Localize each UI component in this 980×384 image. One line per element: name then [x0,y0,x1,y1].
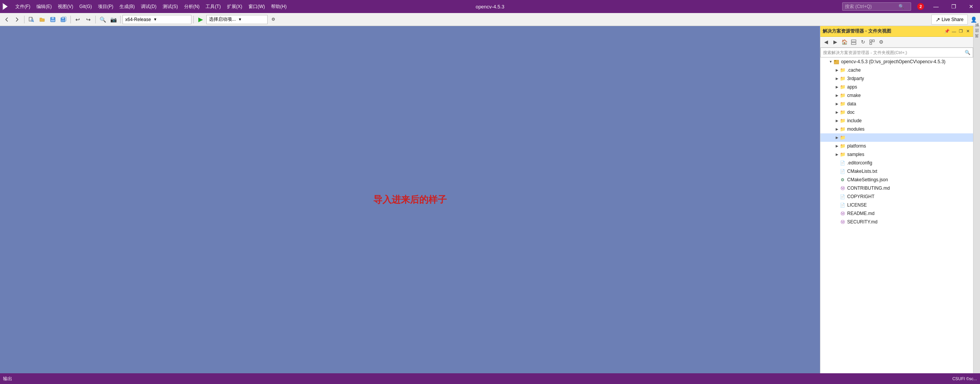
search-box[interactable]: 🔍 [842,2,911,11]
file-license[interactable]: ▶ 📄 LICENSE [820,201,973,209]
search-icon[interactable]: 🔍 [898,4,904,9]
file-cmakesettings[interactable]: ▶ ⚙ CMakeSettings.json [820,176,973,184]
folder-include[interactable]: ▶ 📁 include [820,117,973,125]
menu-edit[interactable]: 编辑(E) [33,0,55,13]
watermark-text: 导入进来后的样子 [373,194,447,206]
back-button[interactable] [2,15,11,25]
se-settings-btn[interactable]: ⚙ [877,38,885,46]
folder-name: platforms [847,143,866,149]
sidebar-tab-3[interactable]: 属 [973,38,980,43]
file-name: COPYRIGHT [847,194,874,199]
forward-button[interactable] [12,15,22,25]
se-minimize-button[interactable]: — [951,28,957,34]
folder-name: data [847,101,856,107]
menu-test[interactable]: 测试(S) [160,0,181,13]
cmake-icon: ⚙ [840,177,846,183]
root-arrow: ▼ [828,60,833,64]
user-button[interactable]: 👤 [969,15,978,25]
menu-help[interactable]: 帮助(H) [268,0,290,13]
title-bar: 文件(F) 编辑(E) 视图(V) Git(G) 项目(P) 生成(B) 调试(… [0,0,980,13]
redo-button[interactable]: ↪ [83,15,93,25]
f-arrow: ▶ [834,85,840,89]
file-readme[interactable]: ▶ Ⓜ README.md [820,209,973,218]
startup-dropdown[interactable]: 选择启动项... ▼ [206,15,268,24]
folder-selected[interactable]: ▶ 📁 [820,133,973,142]
menu-file[interactable]: 文件(F) [12,0,33,13]
file-name: CMakeLists.txt [847,169,877,174]
se-pin-button[interactable]: 📌 [944,28,950,34]
folder-name: include [847,118,862,123]
live-share-button[interactable]: ↗ Live Share [931,15,968,25]
editor-area: 导入进来后的样子 [0,26,820,373]
open-button[interactable] [37,15,47,25]
close-button[interactable]: ✕ [962,0,980,13]
folder-icon: 📁 [840,118,846,124]
folder-name: modules [847,126,864,132]
svg-rect-16 [851,43,856,44]
tree-root[interactable]: ▼ opencv-4.5.3 (D:\vs_project\OpenCV\ope… [820,57,973,66]
menu-git[interactable]: Git(G) [76,0,95,13]
undo-button[interactable]: ↩ [73,15,83,25]
folder-data[interactable]: ▶ 📁 data [820,100,973,108]
output-label[interactable]: 输出 [3,376,12,382]
menu-window[interactable]: 窗口(W) [245,0,268,13]
extra-btn[interactable]: ⚙ [268,15,278,25]
file-contributing[interactable]: ▶ Ⓜ CONTRIBUTING.md [820,184,973,192]
restore-button[interactable]: ❐ [945,0,962,13]
file-editorconfig[interactable]: ▶ 📄 .editorconfig [820,159,973,167]
se-collapse-btn[interactable] [868,38,876,46]
se-back-btn[interactable]: ◀ [822,38,830,46]
se-search[interactable]: 🔍 [820,48,973,57]
sidebar-tab-1[interactable]: 解 [973,28,980,32]
new-button[interactable] [26,15,36,25]
se-restore-button[interactable]: ❐ [958,28,964,34]
menu-project[interactable]: 项目(P) [95,0,116,13]
find-button[interactable]: 🔍 [98,15,108,25]
se-search-icon[interactable]: 🔍 [965,50,970,55]
save-button[interactable] [48,15,58,25]
svg-rect-19 [870,43,872,44]
folder-name: apps [847,84,857,90]
menu-build[interactable]: 生成(B) [116,0,138,13]
md-icon: Ⓜ [840,185,846,191]
minimize-button[interactable]: — [927,0,945,13]
folder-samples[interactable]: ▶ 📁 samples [820,150,973,159]
folder-apps[interactable]: ▶ 📁 apps [820,83,973,91]
folder-cache[interactable]: ▶ 📁 .cache [820,66,973,74]
save-all-button[interactable] [59,15,69,25]
file-name: CMakeSettings.json [847,177,888,182]
menu-extensions[interactable]: 扩展(X) [224,0,245,13]
folder-name: doc [847,110,854,115]
file-cmakelists[interactable]: ▶ 📄 CMakeLists.txt [820,167,973,176]
folder-platforms[interactable]: ▶ 📁 platforms [820,142,973,150]
se-tree[interactable]: ▼ opencv-4.5.3 (D:\vs_project\OpenCV\ope… [820,57,973,373]
menu-view[interactable]: 视图(V) [55,0,76,13]
folder-3rdparty[interactable]: ▶ 📁 3rdparty [820,74,973,83]
file-security[interactable]: ▶ Ⓜ SECURITY.md [820,218,973,226]
se-search-input[interactable] [823,50,965,55]
menu-tools[interactable]: 工具(T) [203,0,224,13]
menu-debug[interactable]: 调试(D) [138,0,160,13]
se-refresh-btn[interactable]: ↻ [859,38,867,46]
screenshot-button[interactable]: 📷 [108,15,118,25]
folder-cmake[interactable]: ▶ 📁 cmake [820,91,973,100]
file-copyright[interactable]: ▶ 📄 COPYRIGHT [820,192,973,201]
search-input[interactable] [845,4,898,9]
folder-icon: 📁 [840,151,846,158]
se-fwd-btn[interactable]: ▶ [831,38,840,46]
file-name: CONTRIBUTING.md [847,185,890,191]
start-button[interactable]: ▶ [196,15,206,25]
folder-name: cmake [847,93,861,98]
se-home-btn[interactable]: 🏠 [840,38,849,46]
live-share-label: Live Share [942,17,964,22]
svg-rect-15 [851,40,856,42]
svg-rect-13 [61,20,65,21]
folder-doc[interactable]: ▶ 📁 doc [820,108,973,117]
folder-modules[interactable]: ▶ 📁 modules [820,125,973,133]
se-switch-view-btn[interactable] [849,38,858,46]
se-close-button[interactable]: ✕ [965,28,971,34]
notification-badge[interactable]: 2 [917,3,924,10]
config-dropdown[interactable]: x64-Release ▼ [122,15,191,24]
menu-analyze[interactable]: 分析(N) [181,0,203,13]
sidebar-tab-2[interactable]: 团 [973,33,980,38]
